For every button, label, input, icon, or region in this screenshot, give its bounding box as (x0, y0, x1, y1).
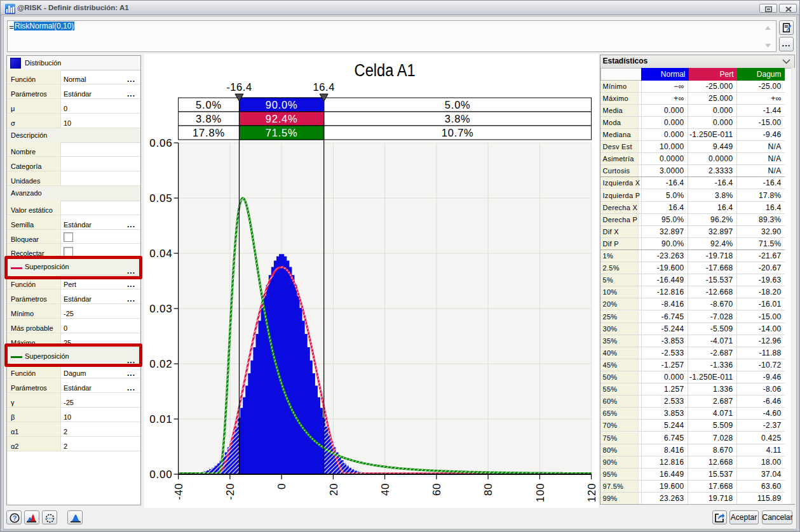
svg-text:-20: -20 (224, 483, 236, 500)
svg-text:0.02: 0.02 (149, 358, 172, 370)
svg-text:3.8%: 3.8% (196, 113, 222, 124)
svg-text:0.00: 0.00 (149, 469, 172, 481)
svg-text:10.7%: 10.7% (442, 127, 474, 138)
svg-text:16.4: 16.4 (313, 81, 335, 93)
svg-text:?: ? (12, 514, 17, 522)
svg-text:-16.4: -16.4 (226, 81, 252, 93)
svg-text:0.01: 0.01 (149, 413, 172, 425)
svg-text:71.5%: 71.5% (266, 127, 298, 138)
svg-text:5.0%: 5.0% (196, 99, 222, 110)
svg-text:0.03: 0.03 (149, 303, 172, 315)
svg-text:0.04: 0.04 (149, 248, 172, 260)
svg-text:90.0%: 90.0% (266, 99, 298, 110)
svg-text:Celda A1: Celda A1 (355, 61, 416, 80)
svg-text:-40: -40 (173, 483, 185, 500)
svg-text:60: 60 (431, 483, 443, 496)
svg-text:5.0%: 5.0% (445, 99, 471, 110)
svg-text:0: 0 (276, 483, 288, 489)
svg-text:3.8%: 3.8% (445, 113, 471, 124)
svg-text:20: 20 (328, 483, 340, 496)
svg-text:100: 100 (534, 483, 546, 502)
svg-text:0.06: 0.06 (149, 137, 172, 149)
svg-text:80: 80 (482, 483, 494, 496)
svg-text:92.4%: 92.4% (266, 113, 298, 124)
svg-text:17.8%: 17.8% (193, 127, 225, 138)
svg-text:120: 120 (586, 483, 598, 502)
svg-text:0.05: 0.05 (149, 192, 172, 204)
svg-text:40: 40 (379, 483, 391, 496)
